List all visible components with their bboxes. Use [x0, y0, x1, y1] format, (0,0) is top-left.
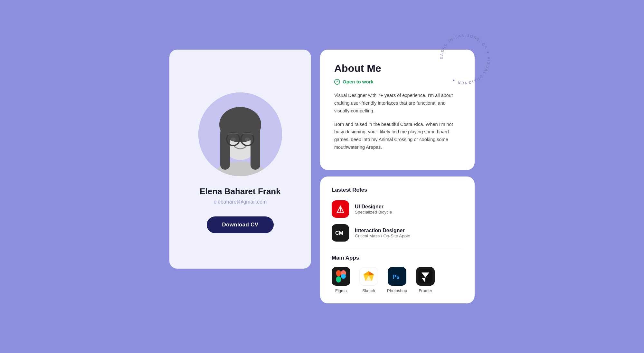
svg-point-12 — [245, 138, 250, 141]
check-circle-icon: ✓ — [334, 79, 340, 85]
user-email: elebaharet@gmail.com — [214, 199, 267, 205]
role-item-cm: CM Interaction Designer Critical Mass / … — [332, 224, 463, 242]
sketch-icon — [359, 267, 378, 286]
figma-label: Figma — [335, 288, 347, 293]
circular-text-decoration: BASED IN SAN JOSE, CA ✦ VISUAL DESIGNER … — [436, 30, 494, 88]
left-card: Elena Baharet Frank elebaharet@gmail.com… — [169, 50, 311, 269]
apps-section: Main Apps Figma — [332, 255, 463, 293]
roles-apps-card: Lastest Roles UI Designer Specialized Bi… — [320, 176, 475, 303]
svg-point-11 — [231, 138, 236, 141]
svg-rect-18 — [336, 270, 341, 276]
cards-container: Elena Baharet Frank elebaharet@gmail.com… — [169, 50, 475, 303]
app-item-framer: Framer — [416, 267, 435, 293]
app-item-photoshop: Ps Photoshop — [387, 267, 407, 293]
avatar-wrapper — [195, 86, 285, 176]
user-name: Elena Baharet Frank — [200, 186, 280, 196]
role-icon-specialized — [332, 200, 349, 218]
svg-rect-22 — [336, 276, 341, 282]
open-to-work-label: Open to work — [343, 79, 374, 84]
divider — [332, 248, 463, 248]
framer-icon — [416, 267, 435, 286]
svg-text:BASED IN SAN JOSE, CA ✦ VISUAL: BASED IN SAN JOSE, CA ✦ VISUAL DESIGNER … — [439, 33, 491, 85]
app-item-figma: Figma — [332, 267, 350, 293]
apps-section-title: Main Apps — [332, 255, 463, 261]
figma-icon — [332, 267, 350, 286]
role-info-specialized: UI Designer Specialized Bicycle — [355, 204, 392, 215]
framer-label: Framer — [419, 288, 432, 293]
svg-point-21 — [341, 274, 346, 279]
app-item-sketch: Sketch — [359, 267, 378, 293]
avatar-image — [198, 92, 282, 176]
avatar-circle — [198, 92, 282, 176]
download-cv-button[interactable]: Download CV — [207, 216, 274, 233]
sketch-label: Sketch — [362, 288, 375, 293]
role-icon-cm: CM — [332, 224, 349, 242]
about-paragraph-2: Born and raised in the beautiful Costa R… — [334, 121, 460, 152]
role-item-specialized: UI Designer Specialized Bicycle — [332, 200, 463, 218]
roles-section-title: Lastest Roles — [332, 187, 463, 193]
svg-text:Ps: Ps — [393, 274, 400, 280]
role-company-specialized: Specialized Bicycle — [355, 210, 392, 215]
role-title-cm: Interaction Designer — [355, 228, 410, 234]
right-column: BASED IN SAN JOSE, CA ✦ VISUAL DESIGNER … — [320, 50, 475, 303]
about-paragraph-1: Visual Designer with 7+ years of experie… — [334, 92, 460, 115]
role-info-cm: Interaction Designer Critical Mass / On-… — [355, 228, 410, 238]
about-card: BASED IN SAN JOSE, CA ✦ VISUAL DESIGNER … — [320, 50, 475, 170]
role-company-cm: Critical Mass / On-Site Apple — [355, 234, 410, 238]
apps-grid: Figma — [332, 267, 463, 293]
role-title-specialized: UI Designer — [355, 204, 392, 210]
photoshop-icon: Ps — [388, 267, 406, 286]
svg-text:CM: CM — [335, 230, 343, 236]
photoshop-label: Photoshop — [387, 288, 407, 293]
